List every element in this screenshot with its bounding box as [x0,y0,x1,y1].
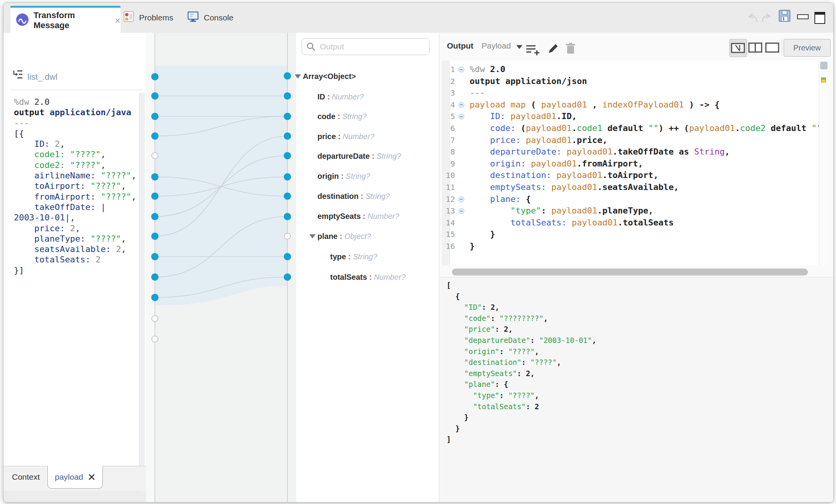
view-toggle-split[interactable] [747,39,764,56]
input-panel: list_.dwl %dw 2.0output application/java… [3,33,146,466]
tree-node-label: destination [317,191,359,201]
undo-icon[interactable] [745,10,759,26]
mapping-source-port[interactable] [151,193,159,200]
tree-node-type: Number? [343,132,374,141]
tree-node-label: origin [317,171,339,181]
edit-sample-icon[interactable] [88,473,96,481]
add-transform-icon[interactable] [525,43,541,58]
tree-node-plane[interactable]: plane : Object? [296,231,371,241]
mapping-source-port[interactable] [151,294,159,301]
editor-vscrollbar[interactable] [820,62,828,69]
tree-node-emptyseats[interactable]: emptySeats : Number? [296,211,399,221]
code-line: fromAirport: "????", [14,192,136,202]
tree-node-type: String? [353,252,377,261]
line-number: 6 [442,123,455,134]
mapping-source-port[interactable] [151,92,159,100]
mapping-source-port[interactable] [151,233,159,240]
tree-node-price[interactable]: price : Number? [296,131,374,141]
tree-node-type: String? [342,112,366,121]
mapping-source-port[interactable] [152,316,158,322]
input-scrollbar[interactable] [139,93,145,494]
mapping-source-port[interactable] [151,133,159,140]
annotation-marker [821,77,826,82]
tab-payload[interactable]: payload [47,466,103,489]
mapping-source-port[interactable] [151,213,159,220]
input-sample-code[interactable]: %dw 2.0output application/java---[{ ID: … [14,97,136,276]
tab-context[interactable]: Context [12,472,40,482]
redo-icon[interactable] [760,10,774,26]
fold-icon[interactable] [458,208,464,214]
mapping-source-port[interactable] [151,274,159,281]
editor-hscrollbar[interactable] [452,269,808,276]
save-icon[interactable] [779,10,791,24]
line-number: 4 [442,99,455,111]
tree-node-type[interactable]: type : String? [296,252,377,262]
code-line: }] [14,265,136,276]
payload-selector[interactable]: Payload [482,41,511,50]
tree-node-label: plane [317,231,337,241]
view-toggle-code[interactable] [764,39,781,56]
mapping-target-port[interactable] [284,233,290,239]
mapping-source-port[interactable] [151,173,159,181]
tab-label: Problems [139,13,173,22]
fold-icon[interactable] [458,67,464,72]
mapping-target-port[interactable] [284,213,291,220]
fold-icon[interactable] [458,197,464,202]
edit-icon[interactable] [546,42,559,57]
chevron-down-icon[interactable] [516,45,522,49]
view-toggle-graphical[interactable] [729,39,747,57]
close-icon[interactable]: × [115,17,121,24]
tree-node-label: Array<Object> [303,71,356,81]
tab-problems[interactable]: Problems [124,3,185,33]
line-number: 12 [442,193,455,205]
line-number: 2 [442,76,455,87]
mapping-canvas[interactable] [146,33,296,502]
mapping-target-port[interactable] [284,152,291,160]
tree-node-totalseats[interactable]: totalSeats : Number? [296,272,406,282]
search-input[interactable] [319,42,417,52]
search-icon [306,42,316,52]
tree-node-origin[interactable]: origin : String? [296,171,370,181]
maximize-icon[interactable] [814,12,825,24]
tree-node-code[interactable]: code : String? [296,111,367,121]
line-number: 11 [442,181,455,193]
dataweave-editor[interactable]: 1%dw 2.02output application/json3---4pay… [442,60,819,265]
code-line: totalSeats: 2 [14,254,136,265]
code-line: 2003-10-01|, [14,212,136,223]
tree-node-destination[interactable]: destination : String? [296,191,390,201]
tree-node-type: Number? [368,212,399,220]
script-panel: Output Payload Preview 1%dw 2.02output a… [439,33,833,502]
mapping-target-port[interactable] [284,274,291,281]
tree-node-departuredate[interactable]: departureDate : String? [296,151,401,161]
fold-icon[interactable] [458,102,464,108]
mapping-source-port[interactable] [151,253,159,260]
mapping-target-port[interactable] [284,173,291,181]
minimize-icon[interactable] [797,14,809,19]
divider [10,90,143,90]
tab-console[interactable]: Console [188,3,245,33]
code-line: takeOffDate: | [14,202,136,212]
mapping-source-port[interactable] [151,73,159,81]
code-line: "emptySeats": 2, [447,368,596,379]
mapping-target-port[interactable] [284,72,291,80]
expand-arrow-icon[interactable] [295,74,301,79]
tree-node-array-object-[interactable]: Array<Object> [296,71,356,81]
mapping-target-port[interactable] [284,133,291,140]
mapping-target-port[interactable] [284,253,291,260]
mapping-source-port[interactable] [152,336,158,342]
tree-node-id[interactable]: ID : Number? [296,92,364,102]
preview-button[interactable]: Preview [784,39,831,57]
expand-arrow-icon[interactable] [309,234,316,239]
fold-icon[interactable] [458,114,464,119]
mapping-source-port[interactable] [152,153,158,159]
delete-icon[interactable] [565,42,576,57]
mapping-target-port[interactable] [284,113,291,120]
code-line: ID: 2, [14,139,136,149]
mapping-source-port[interactable] [151,113,159,120]
editor-line: 4payload map ( payload01 , indexOfPayloa… [442,99,819,111]
code-line: { [447,291,596,302]
mapping-target-port[interactable] [284,92,291,100]
tab-transform-message[interactable]: Transform Message × [10,6,121,33]
mapping-target-port[interactable] [284,193,291,200]
editor-line: 5 ID: payload01.ID, [442,111,819,123]
